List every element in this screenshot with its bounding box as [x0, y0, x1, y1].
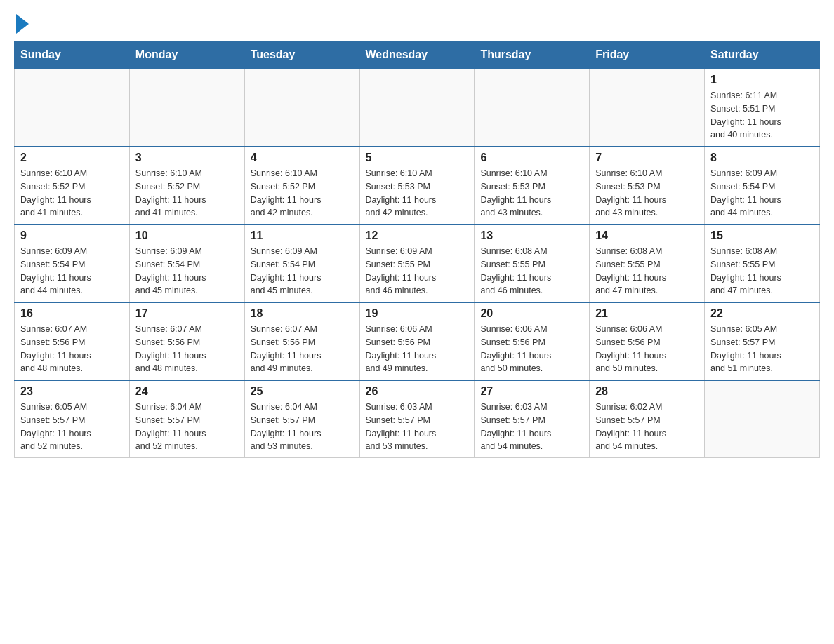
- day-number: 26: [366, 385, 469, 398]
- calendar-cell: 12Sunrise: 6:09 AM Sunset: 5:55 PM Dayli…: [359, 224, 475, 302]
- day-number: 6: [480, 152, 583, 164]
- calendar-cell: 4Sunrise: 6:10 AM Sunset: 5:52 PM Daylig…: [244, 147, 359, 224]
- day-number: 27: [480, 385, 583, 398]
- page-header: [14, 14, 820, 34]
- day-info: Sunrise: 6:09 AM Sunset: 5:54 PM Dayligh…: [135, 245, 239, 297]
- day-info: Sunrise: 6:11 AM Sunset: 5:51 PM Dayligh…: [710, 89, 814, 142]
- calendar-cell: [590, 69, 705, 147]
- calendar-cell: 17Sunrise: 6:07 AM Sunset: 5:56 PM Dayli…: [129, 302, 244, 380]
- day-number: 8: [710, 152, 814, 164]
- calendar-cell: 13Sunrise: 6:08 AM Sunset: 5:55 PM Dayli…: [475, 224, 590, 302]
- day-number: 12: [366, 229, 469, 242]
- calendar-cell: 2Sunrise: 6:10 AM Sunset: 5:52 PM Daylig…: [15, 147, 130, 224]
- day-number: 14: [595, 229, 699, 242]
- day-info: Sunrise: 6:03 AM Sunset: 5:57 PM Dayligh…: [480, 401, 583, 453]
- logo-triangle-icon: [16, 14, 29, 34]
- day-number: 7: [595, 152, 699, 164]
- calendar-cell: 23Sunrise: 6:05 AM Sunset: 5:57 PM Dayli…: [15, 380, 130, 458]
- calendar-cell: 27Sunrise: 6:03 AM Sunset: 5:57 PM Dayli…: [475, 380, 590, 458]
- weekday-header-wednesday: Wednesday: [359, 41, 475, 69]
- calendar-cell: [359, 69, 475, 147]
- day-number: 18: [251, 307, 354, 320]
- weekday-header-sunday: Sunday: [15, 41, 130, 69]
- calendar-cell: 18Sunrise: 6:07 AM Sunset: 5:56 PM Dayli…: [244, 302, 359, 380]
- day-number: 1: [710, 74, 814, 86]
- calendar-cell: 11Sunrise: 6:09 AM Sunset: 5:54 PM Dayli…: [244, 224, 359, 302]
- calendar-cell: [15, 69, 130, 147]
- calendar-cell: 9Sunrise: 6:09 AM Sunset: 5:54 PM Daylig…: [15, 224, 130, 302]
- logo-bottom-row: [14, 14, 29, 34]
- day-number: 24: [135, 385, 239, 398]
- calendar-cell: 26Sunrise: 6:03 AM Sunset: 5:57 PM Dayli…: [359, 380, 475, 458]
- calendar-cell: 10Sunrise: 6:09 AM Sunset: 5:54 PM Dayli…: [129, 224, 244, 302]
- day-info: Sunrise: 6:04 AM Sunset: 5:57 PM Dayligh…: [251, 401, 354, 453]
- day-number: 22: [710, 307, 814, 320]
- day-number: 2: [20, 152, 124, 164]
- day-info: Sunrise: 6:07 AM Sunset: 5:56 PM Dayligh…: [135, 323, 239, 375]
- day-number: 10: [135, 229, 239, 242]
- day-info: Sunrise: 6:07 AM Sunset: 5:56 PM Dayligh…: [20, 323, 124, 375]
- day-number: 15: [710, 229, 814, 242]
- weekday-header-monday: Monday: [129, 41, 244, 69]
- day-number: 25: [251, 385, 354, 398]
- calendar-cell: [244, 69, 359, 147]
- calendar-cell: 16Sunrise: 6:07 AM Sunset: 5:56 PM Dayli…: [15, 302, 130, 380]
- weekday-header-tuesday: Tuesday: [244, 41, 359, 69]
- day-number: 23: [20, 385, 124, 398]
- calendar-table: SundayMondayTuesdayWednesdayThursdayFrid…: [14, 41, 820, 458]
- calendar-cell: [129, 69, 244, 147]
- calendar-cell: 28Sunrise: 6:02 AM Sunset: 5:57 PM Dayli…: [590, 380, 705, 458]
- day-info: Sunrise: 6:05 AM Sunset: 5:57 PM Dayligh…: [710, 323, 814, 375]
- day-number: 19: [366, 307, 469, 320]
- day-number: 28: [595, 385, 699, 398]
- weekday-header-thursday: Thursday: [475, 41, 590, 69]
- day-info: Sunrise: 6:02 AM Sunset: 5:57 PM Dayligh…: [595, 401, 699, 453]
- day-info: Sunrise: 6:06 AM Sunset: 5:56 PM Dayligh…: [595, 323, 699, 375]
- day-info: Sunrise: 6:09 AM Sunset: 5:54 PM Dayligh…: [20, 245, 124, 297]
- day-info: Sunrise: 6:09 AM Sunset: 5:54 PM Dayligh…: [710, 167, 814, 220]
- calendar-cell: 1Sunrise: 6:11 AM Sunset: 5:51 PM Daylig…: [705, 69, 820, 147]
- calendar-header-row: SundayMondayTuesdayWednesdayThursdayFrid…: [15, 41, 820, 69]
- calendar-cell: 19Sunrise: 6:06 AM Sunset: 5:56 PM Dayli…: [359, 302, 475, 380]
- calendar-week-1: 1Sunrise: 6:11 AM Sunset: 5:51 PM Daylig…: [15, 69, 820, 147]
- day-number: 16: [20, 307, 124, 320]
- day-info: Sunrise: 6:07 AM Sunset: 5:56 PM Dayligh…: [251, 323, 354, 375]
- day-info: Sunrise: 6:04 AM Sunset: 5:57 PM Dayligh…: [135, 401, 239, 453]
- calendar-cell: 25Sunrise: 6:04 AM Sunset: 5:57 PM Dayli…: [244, 380, 359, 458]
- day-info: Sunrise: 6:03 AM Sunset: 5:57 PM Dayligh…: [366, 401, 469, 453]
- calendar-cell: 8Sunrise: 6:09 AM Sunset: 5:54 PM Daylig…: [705, 147, 820, 224]
- day-info: Sunrise: 6:06 AM Sunset: 5:56 PM Dayligh…: [366, 323, 469, 375]
- calendar-week-3: 9Sunrise: 6:09 AM Sunset: 5:54 PM Daylig…: [15, 224, 820, 302]
- day-info: Sunrise: 6:08 AM Sunset: 5:55 PM Dayligh…: [595, 245, 699, 297]
- day-info: Sunrise: 6:10 AM Sunset: 5:52 PM Dayligh…: [135, 167, 239, 220]
- calendar-cell: 5Sunrise: 6:10 AM Sunset: 5:53 PM Daylig…: [359, 147, 475, 224]
- calendar-cell: 6Sunrise: 6:10 AM Sunset: 5:53 PM Daylig…: [475, 147, 590, 224]
- day-number: 3: [135, 152, 239, 164]
- day-number: 13: [480, 229, 583, 242]
- calendar-cell: 3Sunrise: 6:10 AM Sunset: 5:52 PM Daylig…: [129, 147, 244, 224]
- logo: [14, 14, 29, 34]
- day-info: Sunrise: 6:06 AM Sunset: 5:56 PM Dayligh…: [480, 323, 583, 375]
- day-info: Sunrise: 6:09 AM Sunset: 5:55 PM Dayligh…: [366, 245, 469, 297]
- day-info: Sunrise: 6:10 AM Sunset: 5:52 PM Dayligh…: [251, 167, 354, 220]
- calendar-week-4: 16Sunrise: 6:07 AM Sunset: 5:56 PM Dayli…: [15, 302, 820, 380]
- day-number: 17: [135, 307, 239, 320]
- calendar-cell: 24Sunrise: 6:04 AM Sunset: 5:57 PM Dayli…: [129, 380, 244, 458]
- day-info: Sunrise: 6:10 AM Sunset: 5:53 PM Dayligh…: [480, 167, 583, 220]
- day-number: 4: [251, 152, 354, 164]
- calendar-cell: 14Sunrise: 6:08 AM Sunset: 5:55 PM Dayli…: [590, 224, 705, 302]
- day-info: Sunrise: 6:10 AM Sunset: 5:53 PM Dayligh…: [366, 167, 469, 220]
- calendar-week-2: 2Sunrise: 6:10 AM Sunset: 5:52 PM Daylig…: [15, 147, 820, 224]
- day-number: 5: [366, 152, 469, 164]
- calendar-week-5: 23Sunrise: 6:05 AM Sunset: 5:57 PM Dayli…: [15, 380, 820, 458]
- day-info: Sunrise: 6:08 AM Sunset: 5:55 PM Dayligh…: [480, 245, 583, 297]
- day-info: Sunrise: 6:09 AM Sunset: 5:54 PM Dayligh…: [251, 245, 354, 297]
- calendar-cell: [475, 69, 590, 147]
- calendar-cell: 7Sunrise: 6:10 AM Sunset: 5:53 PM Daylig…: [590, 147, 705, 224]
- calendar-cell: [705, 380, 820, 458]
- weekday-header-saturday: Saturday: [705, 41, 820, 69]
- calendar-cell: 22Sunrise: 6:05 AM Sunset: 5:57 PM Dayli…: [705, 302, 820, 380]
- day-info: Sunrise: 6:10 AM Sunset: 5:53 PM Dayligh…: [595, 167, 699, 220]
- day-number: 20: [480, 307, 583, 320]
- day-number: 9: [20, 229, 124, 242]
